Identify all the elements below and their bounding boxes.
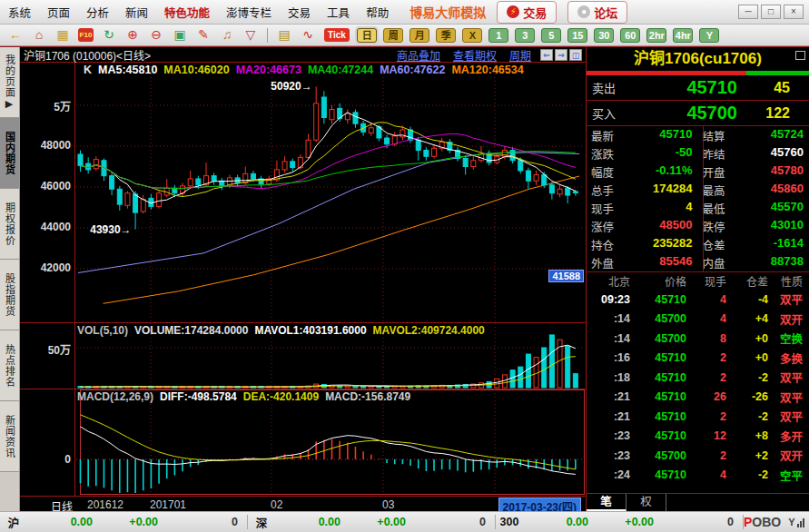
tick-row[interactable]: :14457008+0空换	[587, 329, 809, 349]
menu-item-新闻[interactable]: 新闻	[117, 4, 156, 21]
tick-row[interactable]: :21457102-2双平	[587, 407, 809, 427]
tick-row[interactable]: :23457002+2双开	[587, 446, 809, 466]
menu-item-澎博专栏[interactable]: 澎博专栏	[218, 4, 280, 21]
zoom-in-icon[interactable]: ⊕	[122, 26, 143, 44]
menu-item-工具[interactable]: 工具	[319, 4, 358, 21]
menu-item-分析[interactable]: 分析	[78, 4, 117, 21]
tick-volume: 4	[686, 312, 726, 325]
overlay-icon[interactable]: ▣	[169, 26, 191, 44]
indicator-value: MAVOL1:403191.6000	[254, 324, 366, 337]
sidebar-tab-新闻资讯[interactable]: 新闻资讯	[0, 401, 20, 472]
stat-cell-涨停: 涨停48500	[587, 218, 698, 235]
tick-header-性质: 性质	[768, 273, 806, 289]
stat-cell-开盘: 开盘45780	[698, 163, 809, 181]
prev-arrow-icon[interactable]: ⇐	[540, 49, 553, 61]
volume-scale: 50万	[20, 323, 75, 389]
filter-icon[interactable]: ▽	[240, 26, 261, 44]
y-axis-label-42000: 42000	[41, 261, 71, 274]
indicator-value: VOLUME:174284.0000	[134, 324, 248, 337]
period-button-月[interactable]: 月	[409, 28, 429, 43]
tick-row[interactable]: :24457104-2空平	[587, 466, 809, 486]
period-button-季[interactable]: 季	[436, 28, 456, 43]
keyboard-icon[interactable]: ▦	[52, 26, 74, 44]
panel-tab-权[interactable]: 权	[626, 494, 666, 511]
report-icon[interactable]: ▤	[273, 26, 295, 44]
menu-item-帮助[interactable]: 帮助	[358, 4, 397, 21]
sidebar-tab-国内期货[interactable]: 国内期货	[0, 118, 20, 189]
split-pane-icon[interactable]: ◫	[569, 49, 582, 61]
y-axis-label-46000: 46000	[41, 180, 71, 192]
stat-value: 45724	[738, 127, 809, 144]
quote-panel: 沪铜1706(cu1706) 卖出 45710 45 买入 45700 122 …	[586, 47, 809, 511]
home-icon[interactable]: ⌂	[28, 26, 50, 44]
stat-cell-外盘: 外盘85546	[587, 254, 698, 271]
pobo-logo: POBO	[744, 515, 781, 529]
tick-volume: 2	[686, 449, 726, 462]
bid-row[interactable]: 买入 45700 122	[587, 101, 809, 126]
period-button-2hr[interactable]: 2hr	[646, 28, 666, 43]
price-pane[interactable]: 5万48000460004400042000 KMA5:45810MA10:46…	[20, 63, 586, 323]
refresh-icon[interactable]: ↻	[98, 26, 120, 44]
maximize-button[interactable]: □	[761, 5, 781, 19]
period-button-X[interactable]: X	[462, 28, 482, 43]
stat-value: 85546	[626, 254, 698, 271]
sidebar-tab-期权报价[interactable]: 期权报价	[0, 189, 20, 260]
tick-row[interactable]: :234571012+8多开	[587, 427, 809, 447]
stat-label: 仓差	[698, 236, 738, 253]
close-button[interactable]: ×	[784, 5, 804, 19]
tick-time: :21	[587, 410, 630, 423]
y-axis-label-44000: 44000	[41, 221, 71, 233]
ask-row[interactable]: 卖出 45710 45	[587, 75, 809, 101]
sidebar-tab-股指期货[interactable]: 股指期货	[0, 260, 20, 330]
period-button-Y[interactable]: Y	[699, 28, 719, 43]
tick-volume: 26	[686, 390, 726, 403]
draw-icon[interactable]: ✎	[192, 26, 214, 44]
chart-nav-buttons: ⇐⇒◫	[538, 49, 582, 61]
menu-item-交易[interactable]: 交易	[280, 4, 319, 21]
volume-pane[interactable]: 50万 VOL(5,10)VOLUME:174284.0000MAVOL1:40…	[20, 323, 586, 389]
macd-pane[interactable]: 0 MACD(12,26,9)DIFF:-498.5784DEA:-420.14…	[20, 389, 586, 496]
period-button-日[interactable]: 日	[357, 28, 377, 43]
tick-row[interactable]: :18457102-2双平	[587, 368, 809, 388]
period-button-5[interactable]: 5	[541, 28, 561, 43]
stat-cell-持仓: 持仓235282	[587, 236, 698, 253]
y-axis-label-48000: 48000	[41, 139, 71, 152]
menu-item-页面[interactable]: 页面	[39, 4, 78, 21]
period-button-15[interactable]: 15	[567, 28, 587, 43]
period-button-30[interactable]: 30	[594, 28, 614, 43]
zoom-out-icon[interactable]: ⊖	[145, 26, 167, 44]
trend-icon[interactable]: ∿	[297, 26, 319, 44]
menu-bar: 系统页面分析新闻特色功能澎博专栏交易工具帮助 博易大师模拟 ⚡交易●论坛 ─□×	[0, 0, 809, 25]
tick-row[interactable]: 09:23457104-4双平	[587, 290, 809, 310]
stat-cell-最高: 最高45860	[698, 182, 809, 199]
header-button-论坛[interactable]: ●论坛	[567, 1, 627, 24]
panel-tab-笔[interactable]: 笔	[587, 494, 626, 511]
menu-item-系统[interactable]: 系统	[0, 4, 39, 21]
period-button-1[interactable]: 1	[488, 28, 508, 43]
sidebar-tab-热点排名[interactable]: 热点排名	[0, 330, 20, 401]
period-button-60[interactable]: 60	[620, 28, 640, 43]
tick-period-button[interactable]: Tick	[324, 28, 350, 42]
indicator-value: K	[84, 64, 92, 76]
chart-link-查看期权[interactable]: 查看期权	[453, 47, 497, 63]
header-button-交易[interactable]: ⚡交易	[497, 1, 557, 24]
minimize-button[interactable]: ─	[738, 5, 758, 19]
next-arrow-icon[interactable]: ⇒	[555, 49, 567, 61]
f10-icon[interactable]: F10	[78, 28, 94, 42]
tick-row[interactable]: :14457004+4双开	[587, 310, 809, 330]
menu-item-特色功能[interactable]: 特色功能	[156, 4, 218, 21]
indicator-value: MA120:46534	[451, 64, 523, 76]
back-icon[interactable]: ←	[5, 26, 26, 44]
tick-row[interactable]: :16457102+0多换	[587, 349, 809, 369]
panel-maximize-icon[interactable]	[795, 51, 805, 60]
chart-link-商品叠加[interactable]: 商品叠加	[397, 47, 440, 63]
tick-row[interactable]: :214571026-26双平	[587, 388, 809, 408]
period-button-3[interactable]: 3	[515, 28, 535, 43]
price-indicator-row: KMA5:45810MA10:46020MA20:46673MA40:47244…	[84, 64, 530, 76]
period-button-4hr[interactable]: 4hr	[673, 28, 693, 43]
chart-link-周期[interactable]: 周期	[509, 47, 531, 63]
period-button-周[interactable]: 周	[383, 28, 403, 43]
alert-icon[interactable]: ♫	[216, 26, 238, 44]
market-change: +0.00	[588, 516, 654, 528]
sidebar-tab-我的页面[interactable]: 我的页面▶	[0, 47, 20, 118]
